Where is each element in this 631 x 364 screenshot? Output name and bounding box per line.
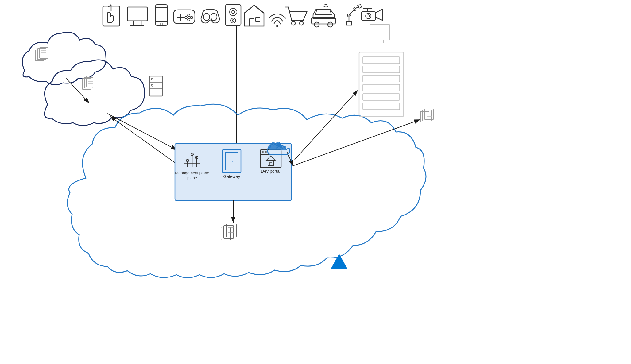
svg-point-16 [188,18,190,21]
box-to-server-arrow [295,91,358,160]
speaker-icon [226,5,241,25]
robot-arm-icon [347,5,362,25]
svg-point-31 [314,22,319,27]
svg-rect-83 [221,227,231,240]
svg-rect-33 [347,21,351,25]
svg-point-11 [161,23,162,25]
svg-rect-96 [370,25,390,40]
svg-point-32 [328,22,333,27]
svg-point-62 [151,84,153,86]
upper-left-cloud [22,32,106,85]
svg-point-27 [276,25,278,27]
svg-rect-85 [226,224,236,237]
azure-logo [331,255,347,269]
camera-icon [362,9,382,20]
svg-point-17 [185,16,187,19]
svg-rect-97 [376,40,384,43]
svg-rect-25 [250,18,254,26]
gateway-label: Gateway [223,174,240,179]
svg-point-23 [231,18,236,23]
svg-rect-91 [363,66,400,73]
svg-rect-20 [226,5,241,25]
gamepad-icon [173,10,195,24]
smart-home-icon [244,5,264,26]
svg-rect-93 [363,84,400,91]
svg-rect-92 [363,75,400,82]
vr-headset-icon [201,9,219,23]
svg-point-21 [230,8,237,16]
svg-point-79 [265,151,267,153]
management-plane-label2: plane [187,176,197,180]
svg-point-19 [211,13,217,21]
mobile-icon [156,5,167,25]
svg-rect-26 [256,17,260,22]
backend-docs [221,224,236,240]
box-to-cloud-arrow [110,117,175,163]
cloud2-to-box-arrow [107,114,176,150]
management-plane-label: Management plane [175,171,209,175]
svg-point-78 [262,151,264,153]
svg-point-61 [151,78,153,80]
router-icon [269,14,286,27]
monitor-icon [127,7,147,25]
svg-point-14 [188,14,190,17]
svg-rect-3 [127,7,147,21]
apim-box: Management plane plane Gateway Dev porta… [175,144,292,200]
right-docs [420,109,433,122]
cloud1-to-cloud2-arrow [66,78,89,103]
server-rack [359,25,404,117]
car-icon [312,4,335,27]
svg-point-40 [366,13,371,19]
box-to-docs-arrow [293,120,420,166]
middle-left-cloud [45,60,163,126]
svg-point-15 [190,16,193,19]
svg-point-41 [367,15,370,17]
svg-point-18 [203,13,210,21]
svg-point-22 [232,10,235,14]
svg-point-29 [300,21,303,25]
svg-point-24 [232,20,234,21]
cart-icon [285,7,307,25]
svg-rect-90 [363,57,400,64]
dev-portal-label: Dev portal [261,169,281,174]
svg-rect-95 [363,103,400,110]
svg-point-28 [292,21,295,25]
touch-screen-icon [103,5,120,26]
svg-rect-94 [363,94,400,100]
